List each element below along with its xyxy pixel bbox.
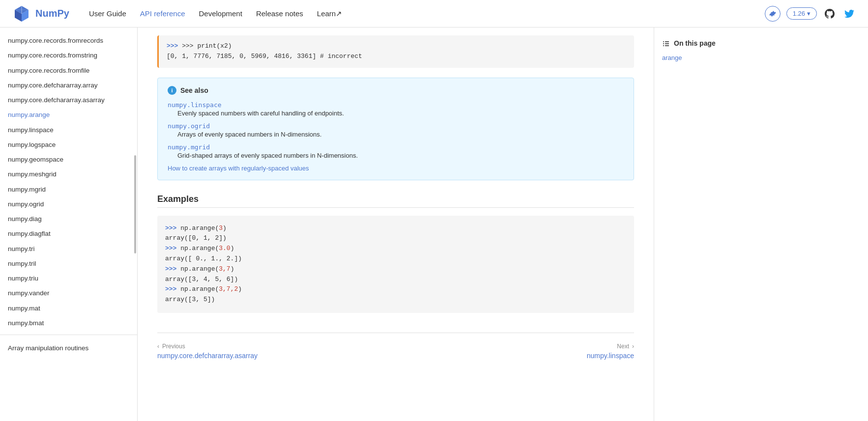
examples-heading: Examples [157, 194, 634, 208]
version-dropdown-icon: ▾ [807, 10, 810, 17]
see-also-item-ogrid: numpy.ogrid Arrays of evenly spaced numb… [168, 122, 624, 138]
info-icon: i [168, 86, 176, 95]
see-also-link-linspace[interactable]: numpy.linspace [168, 101, 222, 109]
logo-text: NumPy [35, 8, 69, 19]
chevron-right-icon: › [632, 343, 634, 350]
sidebar-item-fromstring[interactable]: numpy.core.records.fromstring [0, 48, 137, 63]
header-right: 1.26 ▾ [765, 6, 856, 22]
right-panel: On this page arange [654, 28, 762, 421]
sidebar-item-ogrid[interactable]: numpy.ogrid [0, 197, 137, 212]
see-also-item-mgrid: numpy.mgrid Grid-shaped arrays of evenly… [168, 143, 624, 159]
code-line-prompt: >>> >>> print(x2) [167, 41, 626, 52]
code-ex-line-2: >>> np.arange(3.0) [165, 244, 626, 254]
on-this-page-link-arange[interactable]: arange [662, 53, 754, 62]
layout: numpy.core.records.fromrecords numpy.cor… [0, 28, 868, 421]
code-line-output: [0, 1, 7776, 7185, 0, 5969, 4816, 3361] … [167, 52, 626, 62]
see-also-desc-mgrid: Grid-shaped arrays of evenly spaced numb… [168, 152, 624, 159]
code-ex-output-4: array([3, 5]) [165, 295, 626, 305]
twitter-icon[interactable] [842, 7, 856, 21]
sidebar-footer-item[interactable]: Array manipulation routines [8, 341, 129, 356]
sidebar-item-logspace[interactable]: numpy.logspace [0, 138, 137, 152]
sidebar-item-linspace[interactable]: numpy.linspace [0, 123, 137, 138]
nav-footer: ‹ Previous numpy.core.defchararray.asarr… [157, 333, 634, 360]
sidebar-item-fromrecords[interactable]: numpy.core.records.fromrecords [0, 33, 137, 48]
sidebar-item-geomspace[interactable]: numpy.geomspace [0, 152, 137, 167]
see-also-title: i See also [168, 86, 624, 95]
see-also-desc-linspace: Evenly spaced numbers with careful handl… [168, 110, 624, 117]
list-icon [662, 39, 670, 47]
see-also-link-mgrid[interactable]: numpy.mgrid [168, 143, 210, 151]
logo[interactable]: NumPy [12, 4, 69, 24]
code-ex-line-3: >>> np.arange(3,7) [165, 264, 626, 275]
nav-api-reference[interactable]: API reference [140, 9, 185, 18]
nav-prev-link[interactable]: numpy.core.defchararray.asarray [157, 352, 258, 360]
see-also-box: i See also numpy.linspace Evenly spaced … [157, 78, 634, 180]
nav-prev-label: ‹ Previous [157, 343, 185, 350]
see-also-item-linspace: numpy.linspace Evenly spaced numbers wit… [168, 101, 624, 117]
nav-development[interactable]: Development [199, 9, 242, 18]
main-nav: User Guide API reference Development Rel… [89, 9, 765, 18]
nav-next-link[interactable]: numpy.linspace [587, 352, 634, 360]
see-also-plain-link[interactable]: How to create arrays with regularly-spac… [168, 165, 309, 172]
code-ex-line-1: >>> np.arange(3) [165, 224, 626, 234]
sidebar-item-fromfile[interactable]: numpy.core.records.fromfile [0, 63, 137, 78]
chevron-left-icon: ‹ [157, 343, 159, 350]
nav-next[interactable]: Next › numpy.linspace [587, 343, 634, 360]
sidebar-item-diag[interactable]: numpy.diag [0, 212, 137, 226]
see-also-plain-link-item: How to create arrays with regularly-spac… [168, 164, 624, 172]
on-this-page-title: On this page [662, 39, 754, 47]
nav-learn[interactable]: Learn↗ [317, 9, 342, 18]
nav-next-label: Next › [617, 343, 634, 350]
nav-prev[interactable]: ‹ Previous numpy.core.defchararray.asarr… [157, 343, 258, 360]
sidebar-item-mgrid[interactable]: numpy.mgrid [0, 182, 137, 197]
sidebar-item-triu[interactable]: numpy.triu [0, 271, 137, 286]
version-button[interactable]: 1.26 ▾ [786, 7, 817, 20]
version-text: 1.26 [793, 10, 805, 17]
sidebar-item-mat[interactable]: numpy.mat [0, 301, 137, 316]
sidebar-item-tril[interactable]: numpy.tril [0, 256, 137, 271]
gear-icon [769, 10, 777, 18]
sidebar: numpy.core.records.fromrecords numpy.cor… [0, 28, 138, 421]
sidebar-item-tri[interactable]: numpy.tri [0, 242, 137, 256]
settings-button[interactable] [765, 6, 781, 22]
sidebar-item-bmat[interactable]: numpy.bmat [0, 316, 137, 331]
sidebar-item-vander[interactable]: numpy.vander [0, 286, 137, 301]
sidebar-item-arange[interactable]: numpy.arange [0, 108, 137, 122]
sidebar-item-defchararray-asarray[interactable]: numpy.core.defchararray.asarray [0, 93, 137, 108]
see-also-link-ogrid[interactable]: numpy.ogrid [168, 122, 210, 130]
sidebar-item-meshgrid[interactable]: numpy.meshgrid [0, 167, 137, 182]
code-ex-output-3: array([3, 4, 5, 6]) [165, 275, 626, 285]
header: NumPy User Guide API reference Developme… [0, 0, 868, 28]
code-ex-output-2: array([ 0., 1., 2.]) [165, 254, 626, 264]
nav-user-guide[interactable]: User Guide [89, 9, 126, 18]
code-ex-output-1: array([0, 1, 2]) [165, 233, 626, 244]
examples-code-block: >>> np.arange(3) array([0, 1, 2]) >>> np… [157, 216, 634, 313]
nav-release-notes[interactable]: Release notes [256, 9, 303, 18]
sidebar-item-defchararray-array[interactable]: numpy.core.defchararray.array [0, 78, 137, 93]
github-icon[interactable] [823, 7, 837, 21]
code-ex-line-4: >>> np.arange(3,7,2) [165, 284, 626, 295]
sidebar-scrollbar [134, 155, 136, 253]
see-also-desc-ogrid: Arrays of evenly spaced numbers in N-dim… [168, 131, 624, 138]
main-content: >>> >>> print(x2) [0, 1, 7776, 7185, 0, … [138, 28, 654, 421]
numpy-logo-icon [12, 4, 31, 24]
sidebar-item-diagflat[interactable]: numpy.diagflat [0, 226, 137, 241]
code-block-top: >>> >>> print(x2) [0, 1, 7776, 7185, 0, … [157, 35, 634, 68]
